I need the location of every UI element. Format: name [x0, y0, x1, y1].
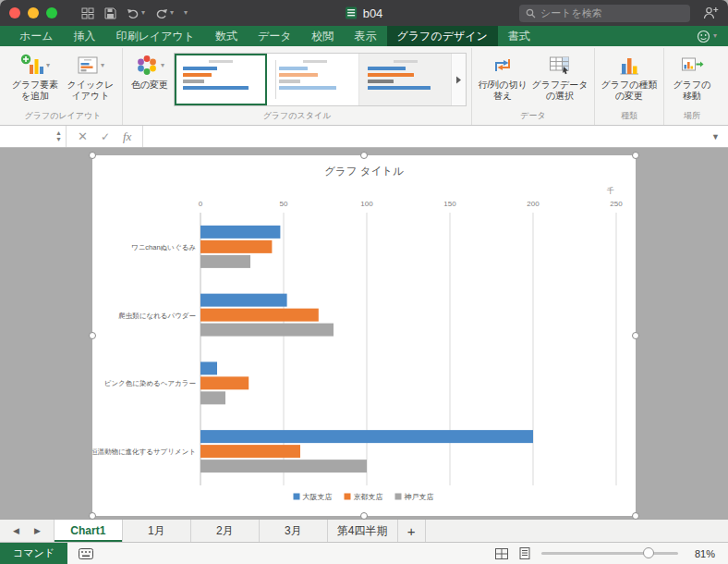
undo-icon[interactable]: ▾: [127, 7, 145, 19]
selection-handle[interactable]: [632, 152, 639, 159]
legend-marker[interactable]: [294, 494, 300, 500]
legend-marker[interactable]: [395, 494, 402, 500]
selection-handle[interactable]: [89, 512, 96, 520]
sheet-tab[interactable]: 1月: [123, 520, 191, 542]
sidebar-grid-icon[interactable]: [81, 7, 94, 19]
excel-window: ▾ ▾ ▾ b04 シートを検索 ホーム挿入印刷レイアウト数式データ校閲表示グラ…: [0, 0, 728, 564]
chart-style-option-3[interactable]: [359, 54, 452, 105]
search-placeholder: シートを検索: [540, 6, 602, 20]
redo-icon[interactable]: ▾: [155, 7, 174, 19]
chart-bar[interactable]: [200, 376, 249, 389]
ribbon-tab[interactable]: 表示: [345, 26, 387, 46]
add-chart-element-button[interactable]: ▾ グラフ要素を追加: [8, 49, 62, 102]
share-person-icon[interactable]: [703, 6, 719, 19]
next-sheet-arrow-icon[interactable]: ▶: [34, 526, 41, 535]
move-chart-button[interactable]: グラフの移動: [669, 49, 715, 102]
formula-buttons: ✕ ✓ fx: [67, 126, 143, 147]
ribbon-tab[interactable]: 校閲: [302, 26, 345, 46]
redo-dropdown-caret[interactable]: ▾: [170, 9, 174, 17]
chart-area[interactable]: グラフ タイトル千050100150200250ワニchanぬいぐるみ爬虫類にな…: [92, 155, 636, 516]
selection-handle[interactable]: [89, 152, 96, 159]
ribbon-tab[interactable]: 印刷レイアウト: [106, 26, 205, 46]
formula-bar-expand-caret[interactable]: ▼: [703, 132, 728, 141]
toolbar-options-chevron-icon[interactable]: ▾: [184, 9, 188, 17]
zoom-slider-knob[interactable]: [643, 547, 654, 558]
legend-label[interactable]: 神戸支店: [404, 493, 434, 501]
category-axis-label: ワニchanぬいぐるみ: [131, 243, 196, 251]
page-layout-view-icon[interactable]: [519, 547, 530, 559]
legend-label[interactable]: 大阪支店: [303, 493, 333, 501]
select-data-label: グラフデータの選択: [530, 80, 589, 102]
category-axis-label: 爬虫類になれるパウダー: [118, 312, 196, 320]
search-input[interactable]: シートを検索: [519, 5, 690, 22]
quick-access-toolbar: ▾ ▾ ▾: [81, 7, 188, 19]
undo-dropdown-caret[interactable]: ▾: [141, 9, 145, 17]
previous-sheet-arrow-icon[interactable]: ◀: [13, 526, 19, 535]
chart-bar[interactable]: [200, 460, 367, 472]
type-group-label: 種類: [621, 110, 637, 125]
quick-layout-button[interactable]: ▾ クイックレイアウト: [64, 49, 117, 102]
selection-handle[interactable]: [360, 512, 368, 520]
ribbon-group-chart-layout: ▾ グラフ要素を追加 ▾ クイックレイアウト グラフのレイアウト: [4, 48, 122, 125]
normal-view-icon[interactable]: [495, 548, 508, 559]
close-window-button[interactable]: [9, 7, 20, 18]
chart-style-option-1[interactable]: [175, 54, 267, 105]
chart-bar[interactable]: [200, 309, 319, 322]
sheet-tab[interactable]: Chart1: [55, 520, 123, 542]
worksheet-canvas[interactable]: グラフ タイトル千050100150200250ワニchanぬいぐるみ爬虫類にな…: [0, 148, 728, 519]
ribbon-tab[interactable]: ホーム: [9, 26, 64, 46]
excel-document-icon: [346, 6, 358, 19]
chart-bar[interactable]: [200, 391, 225, 404]
chart-title[interactable]: グラフ タイトル: [324, 166, 404, 177]
switch-row-column-icon: [491, 54, 515, 77]
ribbon-tab[interactable]: 挿入: [64, 26, 106, 46]
ribbon-tab[interactable]: 数式: [205, 26, 248, 46]
legend-marker[interactable]: [345, 494, 351, 500]
add-sheet-button[interactable]: +: [398, 520, 426, 542]
gallery-more-button[interactable]: [452, 54, 466, 105]
feedback-smiley-button[interactable]: ▾: [697, 26, 728, 46]
zoom-slider[interactable]: [541, 552, 678, 555]
chart-bar[interactable]: [200, 430, 533, 443]
keyboard-icon[interactable]: [79, 548, 93, 559]
chart-bar[interactable]: [200, 240, 272, 253]
change-colors-button[interactable]: ▾ 色の変更: [127, 49, 172, 91]
chart-layout-group-label: グラフのレイアウト: [25, 110, 102, 125]
formula-input[interactable]: [143, 126, 703, 147]
name-box-stepper-icon[interactable]: ▲▼: [55, 130, 62, 142]
ribbon-tab[interactable]: グラフのデザイン: [387, 26, 498, 46]
chart-style-option-2[interactable]: [267, 54, 359, 105]
chart-sheet[interactable]: グラフ タイトル千050100150200250ワニchanぬいぐるみ爬虫類にな…: [92, 155, 636, 516]
select-data-button[interactable]: グラフデータの選択: [530, 49, 589, 102]
zoom-window-button[interactable]: [46, 7, 57, 18]
save-icon[interactable]: [104, 7, 116, 19]
chart-bar[interactable]: [200, 445, 300, 458]
minimize-window-button[interactable]: [28, 7, 39, 18]
sheet-tab[interactable]: 第4四半期: [328, 520, 398, 542]
selection-handle[interactable]: [360, 152, 368, 159]
chart-bar[interactable]: [200, 324, 334, 337]
name-box[interactable]: ▲▼: [0, 126, 67, 147]
change-chart-type-button[interactable]: グラフの種類の変更: [600, 49, 659, 102]
search-icon: [526, 8, 536, 18]
zoom-level: 81%: [689, 548, 715, 559]
location-group-label: 場所: [684, 110, 700, 125]
selection-handle[interactable]: [632, 332, 639, 339]
chart-bar[interactable]: [200, 255, 250, 268]
selection-handle[interactable]: [632, 512, 639, 520]
ribbon-tab[interactable]: データ: [248, 26, 302, 46]
switch-row-column-button[interactable]: 行/列の切り替え: [477, 49, 528, 102]
ribbon-tab[interactable]: 書式: [498, 26, 540, 46]
chart-bar[interactable]: [200, 226, 280, 239]
chart-bar[interactable]: [200, 294, 287, 307]
ribbon-group-chart-styles: ▾ 色の変更: [122, 48, 471, 125]
insert-function-button[interactable]: fx: [123, 129, 131, 144]
sheet-tab[interactable]: 3月: [260, 520, 328, 542]
selection-handle[interactable]: [89, 332, 96, 339]
chart-bar[interactable]: [200, 362, 217, 374]
legend-label[interactable]: 京都支店: [354, 493, 383, 501]
sheet-tab[interactable]: 2月: [191, 520, 260, 542]
confirm-formula-icon[interactable]: ✓: [101, 130, 110, 143]
category-axis-label: ピンク色に染めるヘアカラー: [104, 379, 196, 387]
cancel-formula-icon[interactable]: ✕: [78, 129, 88, 143]
